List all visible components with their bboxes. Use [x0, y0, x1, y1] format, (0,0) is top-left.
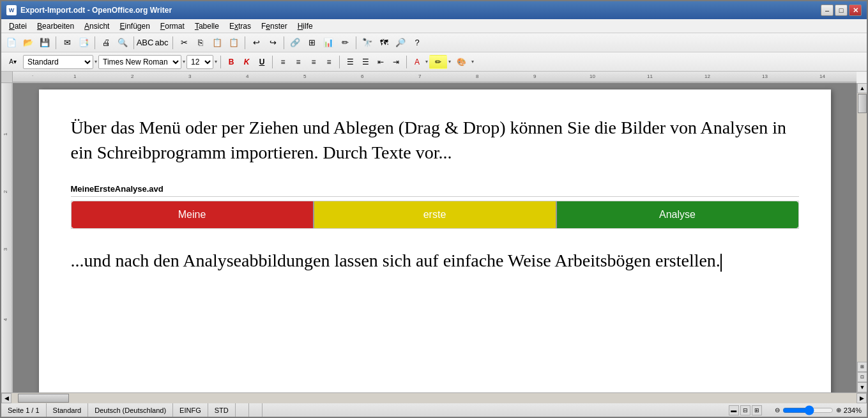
menu-extras[interactable]: Extras — [224, 20, 256, 32]
font-color-button[interactable]: A — [410, 55, 424, 69]
svg-text:4: 4 — [3, 318, 8, 321]
separator-fmt-1 — [220, 56, 221, 68]
menu-tabelle[interactable]: Tabelle — [190, 20, 224, 32]
pdf-button[interactable]: 📑 — [76, 35, 91, 50]
document-language: Deutsch (Deutschland) — [95, 406, 166, 414]
print-button[interactable]: 🖨 — [98, 35, 114, 50]
find-button[interactable]: 🔭 — [360, 35, 375, 50]
menu-hilfe[interactable]: Hilfe — [293, 20, 318, 32]
align-center-button[interactable]: ≡ — [291, 55, 305, 69]
align-left-button[interactable]: ≡ — [276, 55, 290, 69]
menu-format[interactable]: Format — [155, 20, 190, 32]
window-controls: – □ ✕ — [821, 4, 862, 16]
menu-fenster[interactable]: Fenster — [256, 20, 293, 32]
open-button[interactable]: 📂 — [20, 35, 36, 50]
text-cursor — [720, 254, 722, 272]
draw-button[interactable]: ✏ — [337, 35, 353, 50]
paste-special-button[interactable]: 📋 — [226, 35, 241, 50]
scroll-thumb[interactable] — [858, 94, 867, 113]
svg-text:14: 14 — [819, 74, 825, 79]
underline-button[interactable]: U — [255, 55, 269, 69]
email-button[interactable]: ✉ — [59, 35, 75, 50]
copy-button[interactable]: ⎘ — [193, 35, 208, 50]
autocorrect-button[interactable]: abc — [154, 35, 169, 50]
navigator-button[interactable]: 🗺 — [376, 35, 392, 50]
menu-datei[interactable]: Datei — [4, 20, 32, 32]
scroll-up-button[interactable]: ▲ — [857, 83, 867, 93]
document-main-text[interactable]: Über das Menü oder per Ziehen und Ablege… — [71, 115, 799, 165]
menu-ansicht[interactable]: Ansicht — [79, 20, 114, 32]
cut-button[interactable]: ✂ — [176, 35, 192, 50]
background-color-button[interactable]: 🎨 — [452, 55, 470, 69]
paragraph-style-select[interactable]: Standard — [23, 55, 93, 69]
insert-mode-label: EINFG — [179, 406, 201, 414]
document-bottom-text[interactable]: ...und nach den Analyseabbildungen lasse… — [71, 248, 799, 273]
align-right-button[interactable]: ≡ — [307, 55, 321, 69]
redo-button[interactable]: ↪ — [265, 35, 280, 50]
bar-red-label: Meine — [178, 209, 206, 221]
analysis-filename-label: MeineErsteAnalyse.avd — [71, 184, 799, 197]
table-button[interactable]: ⊞ — [304, 35, 319, 50]
bold-button[interactable]: B — [224, 55, 238, 69]
menu-bearbeiten[interactable]: Bearbeiten — [32, 20, 79, 32]
hscroll-track[interactable] — [11, 393, 857, 403]
list-unordered-button[interactable]: ☰ — [343, 55, 357, 69]
toolbar-standard: 📄 📂 💾 ✉ 📑 🖨 🔍 ABC abc ✂ ⎘ 📋 📋 ↩ ↪ 🔗 ⊞ 📊 … — [1, 33, 867, 52]
indent-decrease-button[interactable]: ⇤ — [374, 55, 388, 69]
zoom-minus-icon[interactable]: ⊖ — [775, 406, 780, 414]
ruler-svg: · 1 2 3 4 5 6 7 8 9 10 11 12 13 14 — [13, 72, 857, 82]
paste-button[interactable]: 📋 — [209, 35, 225, 50]
scroll-down-button-3[interactable]: ▼ — [857, 382, 867, 392]
std-mode-label: STD — [215, 406, 229, 414]
status-extra-1 — [236, 403, 249, 417]
page-number: Seite 1 / 1 — [8, 406, 40, 414]
view-web-button[interactable]: ⊟ — [740, 405, 750, 415]
svg-rect-0 — [13, 72, 857, 82]
font-size-select[interactable]: 12 — [187, 55, 213, 69]
highlight-arrow: ▾ — [448, 59, 451, 65]
scroll-track[interactable] — [857, 93, 867, 362]
preview-button[interactable]: 🔍 — [115, 35, 130, 50]
font-name-select[interactable]: Times New Roman — [98, 55, 181, 69]
hyperlink-button[interactable]: 🔗 — [287, 35, 303, 50]
status-bar: Seite 1 / 1 Standard Deutsch (Deutschlan… — [1, 403, 867, 417]
align-justify-button[interactable]: ≡ — [322, 55, 336, 69]
styles-icon[interactable]: A▾ — [4, 54, 22, 70]
horizontal-scrollbar: ◀ ▶ — [1, 392, 867, 403]
scroll-down-button-1[interactable]: ⊞ — [857, 362, 867, 372]
indent-increase-button[interactable]: ⇥ — [389, 55, 403, 69]
zoom-button[interactable]: 🔎 — [393, 35, 408, 50]
hscroll-right-button[interactable]: ▶ — [857, 393, 867, 403]
chart-button[interactable]: 📊 — [321, 35, 336, 50]
view-normal-button[interactable]: ▬ — [729, 405, 739, 415]
main-text-content: Über das Menü oder per Ziehen und Ablege… — [71, 118, 787, 162]
view-book-button[interactable]: ⊞ — [752, 405, 762, 415]
undo-button[interactable]: ↩ — [248, 35, 264, 50]
view-mode-buttons: ▬ ⊟ ⊞ — [729, 405, 762, 415]
main-editing-area: 1 2 3 4 Über das Menü oder per Ziehen un… — [1, 83, 867, 392]
zoom-slider[interactable] — [782, 406, 834, 414]
bar-yellow-segment[interactable]: erste — [314, 201, 557, 228]
list-ordered-button[interactable]: ☰ — [358, 55, 372, 69]
document-area[interactable]: Über das Menü oder per Ziehen und Ablege… — [13, 83, 857, 392]
hscroll-left-button[interactable]: ◀ — [1, 393, 11, 403]
bar-red-segment[interactable]: Meine — [72, 201, 314, 228]
minimize-button[interactable]: – — [821, 4, 834, 16]
svg-text:3: 3 — [3, 247, 8, 251]
zoom-plus-icon[interactable]: ⊕ — [836, 406, 841, 414]
help-button[interactable]: ? — [409, 35, 425, 50]
bar-green-segment[interactable]: Analyse — [557, 201, 798, 228]
new-button[interactable]: 📄 — [4, 35, 19, 50]
status-insert-mode[interactable]: EINFG — [173, 403, 208, 417]
scroll-down-button-2[interactable]: ⊡ — [857, 372, 867, 382]
highlight-button[interactable]: ✏ — [429, 55, 447, 69]
maximize-button[interactable]: □ — [835, 4, 848, 16]
save-button[interactable]: 💾 — [37, 35, 52, 50]
svg-text:10: 10 — [590, 74, 595, 79]
close-button[interactable]: ✕ — [849, 4, 862, 16]
italic-button[interactable]: K — [240, 55, 254, 69]
title-bar-left: W Export-Import.odt - OpenOffice.org Wri… — [6, 5, 172, 15]
hscroll-thumb[interactable] — [18, 394, 69, 403]
spellcheck-button[interactable]: ABC — [137, 35, 153, 50]
menu-einfuegen[interactable]: Einfügen — [114, 20, 155, 32]
